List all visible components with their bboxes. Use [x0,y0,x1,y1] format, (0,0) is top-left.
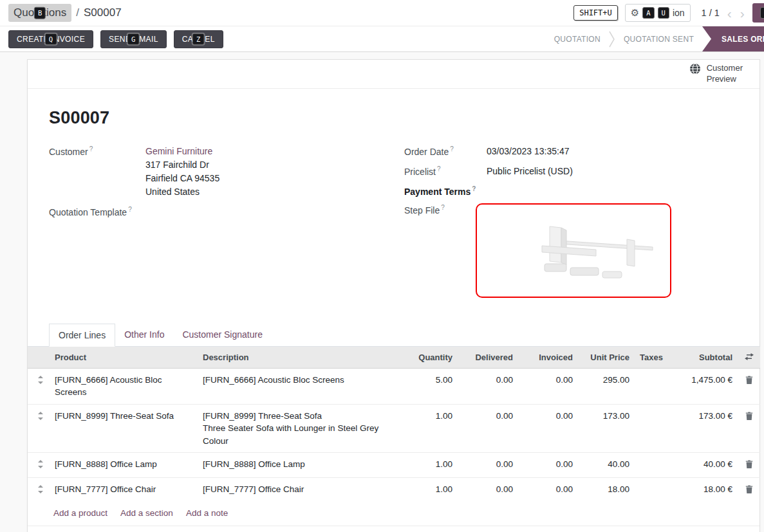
quotation-template-label: Quotation Template? [49,205,145,217]
customer-preview-button[interactable]: Customer Preview [689,63,743,85]
quotation-form-page: Quotations B / S00007 SHIFT+U ⚙ A U ion … [0,0,764,532]
handle-column-header [28,347,50,369]
shortcut-hint-q: Q [45,33,57,45]
shortcut-hint-a: A [642,7,654,19]
cell-description[interactable]: [FURN_8999] Three-Seat Sofa Three Seater… [198,404,391,453]
cell-description[interactable]: [FURN_8888] Office Lamp [198,453,391,478]
pager-previous-icon[interactable]: ‹ [727,6,732,20]
cell-description[interactable]: [FURN_6666] Acoustic Bloc Screens [198,368,391,404]
cell-unit-price[interactable]: 18.00 [578,477,635,502]
cell-quantity[interactable]: 1.00 [391,453,458,478]
toggle-columns-icon[interactable] [738,347,760,369]
delete-line-icon[interactable] [745,459,753,472]
cell-delivered[interactable]: 0.00 [458,453,518,478]
cell-delivered[interactable]: 0.00 [458,404,518,453]
cell-quantity[interactable]: 1.00 [391,477,458,502]
control-panel-right: SHIFT+U ⚙ A U ion 1 / 1 ‹ › C i [573,3,764,23]
statusbar: QUOTATION QUOTATION SENT SALES ORDER [546,26,764,51]
add-product-link[interactable]: Add a product [53,508,107,518]
cell-taxes[interactable] [635,404,671,453]
breadcrumb: Quotations B / S00007 [8,4,122,22]
help-icon: ? [441,204,445,211]
help-icon: ? [450,145,454,152]
status-quotation[interactable]: QUOTATION [546,26,609,51]
cell-product[interactable]: [FURN_8999] Three-Seat Sofa [50,404,198,453]
cell-taxes[interactable] [635,453,671,478]
customer-field-row: Customer? Gemini Furniture 317 Fairchild… [49,145,404,199]
cell-subtotal: 40.00 € [671,453,738,478]
drag-handle-icon[interactable] [37,411,44,424]
corner-create-button[interactable]: C i [752,3,764,23]
customer-value: Gemini Furniture 317 Fairchild Dr Fairfi… [145,145,219,199]
order-line-row: [FURN_8999] Three-Seat Sofa [FURN_8999] … [28,404,760,453]
delete-line-icon[interactable] [745,484,753,497]
field-grid: Customer? Gemini Furniture 317 Fairchild… [49,145,759,304]
customer-link[interactable]: Gemini Furniture [145,146,212,156]
record-title: S00007 [49,108,759,128]
add-note-link[interactable]: Add a note [186,508,228,518]
cell-delivered[interactable]: 0.00 [458,368,518,404]
status-quotation-sent[interactable]: QUOTATION SENT [615,26,702,51]
breadcrumb-quotations[interactable]: Quotations B [8,4,71,22]
delete-line-icon[interactable] [745,375,753,388]
add-section-link[interactable]: Add a section [120,508,173,518]
customer-address-line3: United States [145,185,219,199]
pricelist-field-row: Pricelist? Public Pricelist (USD) [404,165,759,178]
globe-icon [689,63,701,78]
cell-product[interactable]: [FURN_6666] Acoustic Bloc Screens [50,368,198,404]
form-action-bar: CREATE INVOICE Q SEND EMAIL G CANCEL Z Q… [0,26,764,52]
cell-unit-price[interactable]: 173.00 [578,404,635,453]
column-header-description: Description [198,347,391,369]
cell-subtotal: 1,475.00 € [671,368,738,404]
shortcut-hint-g: G [127,33,140,45]
delete-line-icon[interactable] [745,411,753,424]
pager-next-icon[interactable]: › [740,6,745,20]
cell-invoiced[interactable]: 0.00 [518,453,578,478]
tab-other-info[interactable]: Other Info [115,324,173,346]
shortcut-hint-z: Z [192,33,205,45]
cell-product[interactable]: [FURN_7777] Office Chair [50,477,198,502]
tab-customer-signature[interactable]: Customer Signature [173,324,272,346]
notebook-tabs: Order Lines Other Info Customer Signatur… [28,324,759,347]
cell-quantity[interactable]: 1.00 [391,404,458,453]
action-menu-button[interactable]: ⚙ A U ion [625,4,691,23]
status-separator-icon [609,31,615,48]
cell-unit-price[interactable]: 295.00 [578,368,635,404]
cell-quantity[interactable]: 5.00 [391,368,458,404]
column-header-product: Product [50,347,198,369]
cell-invoiced[interactable]: 0.00 [518,404,578,453]
cell-subtotal: 18.00 € [671,477,738,502]
cell-unit-price[interactable]: 40.00 [578,453,635,478]
cell-description[interactable]: [FURN_7777] Office Chair [198,477,391,502]
action-menu-label: ion [673,8,685,18]
create-invoice-button[interactable]: CREATE INVOICE Q [8,30,93,48]
send-email-button[interactable]: SEND EMAIL G [100,30,167,48]
order-lines-table: Product Description Quantity Delivered I… [28,347,760,502]
cell-invoiced[interactable]: 0.00 [518,368,578,404]
drag-handle-icon[interactable] [37,484,44,497]
customer-label: Customer? [49,145,145,199]
step-file-label: Step File? [404,203,487,298]
cell-taxes[interactable] [635,477,671,502]
cancel-button[interactable]: CANCEL Z [174,30,223,48]
sheet-footer: Terms and conditions... Total: 1,706.00 … [28,526,759,532]
help-icon: ? [472,185,476,192]
step-file-3d-image [481,208,666,292]
cell-invoiced[interactable]: 0.00 [518,477,578,502]
table-header-row: Product Description Quantity Delivered I… [28,347,760,369]
status-sales-order[interactable]: SALES ORDER [702,26,764,51]
field-column-left: Customer? Gemini Furniture 317 Fairchild… [49,145,404,304]
drag-handle-icon[interactable] [37,375,44,388]
cell-product[interactable]: [FURN_8888] Office Lamp [50,453,198,478]
shortcut-hint-b: B [34,7,46,19]
help-icon: ? [437,165,441,172]
gear-icon: ⚙ [631,7,639,19]
cell-taxes[interactable] [635,368,671,404]
pricelist-value[interactable]: Public Pricelist (USD) [487,165,573,178]
drag-handle-icon[interactable] [37,459,44,472]
order-date-value[interactable]: 03/03/2023 13:35:47 [487,145,569,158]
tab-order-lines[interactable]: Order Lines [49,324,115,347]
shortcut-hint-u: U [658,7,669,19]
cell-delivered[interactable]: 0.00 [458,477,518,502]
step-file-preview[interactable] [476,203,671,298]
